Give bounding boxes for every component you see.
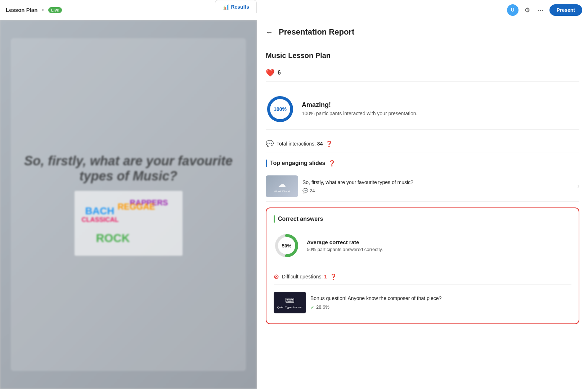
slide-thumb-label: Word Cloud [274, 190, 290, 193]
correct-section-title: Correct answers [274, 215, 571, 223]
keyboard-icon: ⌨ [285, 296, 295, 304]
lesson-title: Music Lesson Plan [266, 52, 579, 60]
panel-title: Presentation Report [279, 27, 354, 37]
stats-text: Amazing! 100% participants interacted wi… [302, 101, 417, 117]
results-icon: 📊 [223, 4, 229, 10]
main-content: So, firstly, what are your favourite typ… [0, 20, 588, 389]
word-cloud-preview: RAPPERS BACH REGGAE CLASSICAL ROCK [75, 191, 183, 256]
slide-question: So, firstly, what are your favourite typ… [302, 179, 573, 186]
slide-info: So, firstly, what are your favourite typ… [302, 179, 573, 194]
donut-chart: 50% [274, 233, 300, 259]
quiz-slide-row[interactable]: ⌨ Quiz: Type Answer Bonus question! Anyo… [274, 289, 571, 316]
stats-card: 100% Amazing! 100% participants interact… [266, 89, 579, 130]
quiz-rate: 28.6% [316, 304, 329, 310]
tab-row: 📊 Results [0, 0, 588, 13]
circle-progress: 100% [266, 95, 295, 124]
slide-title-blurred: So, firstly, what are your favourite typ… [11, 153, 246, 184]
top-slides-help-icon[interactable]: ❓ [328, 160, 336, 167]
amazing-desc: 100% participants interacted with your p… [302, 110, 417, 117]
difficult-questions-row: ⊗ Difficult questions: 1 ❓ [274, 269, 571, 285]
difficult-icon: ⊗ [274, 273, 279, 281]
slide-comment-row: 💬 24 [302, 188, 573, 193]
quiz-thumbnail: ⌨ Quiz: Type Answer [274, 292, 306, 313]
back-button[interactable]: ← [266, 28, 273, 36]
avg-rate-title: Average correct rate [307, 239, 383, 245]
donut-label: 50% [282, 243, 291, 249]
interactions-row: 💬 Total interactions: 84 ❓ [266, 135, 579, 152]
interactions-count: 84 [317, 141, 323, 147]
quiz-question: Bonus question! Anyone know the composer… [310, 295, 571, 302]
slide-preview: So, firstly, what are your favourite typ… [0, 20, 257, 389]
comment-icon: 💬 [302, 188, 308, 193]
chat-icon: 💬 [266, 140, 274, 148]
difficult-help-icon[interactable]: ❓ [330, 273, 337, 280]
quiz-info: Bonus question! Anyone know the composer… [310, 295, 571, 310]
panel-body: Music Lesson Plan ❤️ 6 100% Amazing! 100… [257, 44, 588, 331]
difficult-label: Difficult questions: 1 [282, 274, 327, 280]
rate-icon: ✓ [310, 304, 315, 310]
slide-chevron-icon: › [578, 183, 579, 189]
interactions-label: Total interactions: 84 [277, 141, 323, 147]
avg-correct-card: 50% Average correct rate 50% participant… [274, 228, 571, 263]
slide-comments: 24 [310, 188, 315, 193]
avg-correct-text: Average correct rate 50% participants an… [307, 239, 383, 252]
panel-header: ← Presentation Report [257, 20, 588, 44]
hearts-row: ❤️ 6 [266, 64, 579, 82]
hearts-count: 6 [278, 70, 281, 76]
quiz-rate-row: ✓ 28.6% [310, 304, 571, 310]
tab-results[interactable]: 📊 Results [215, 0, 257, 13]
amazing-title: Amazing! [302, 101, 417, 109]
heart-icon: ❤️ [266, 68, 275, 77]
circle-label: 100% [274, 106, 287, 112]
word-cloud-icon: ☁ [278, 180, 286, 189]
top-slides-title: Top engaging slides ❓ [266, 160, 579, 167]
help-icon[interactable]: ❓ [326, 140, 333, 147]
avg-rate-desc: 50% participants answered correctly. [307, 247, 383, 252]
right-panel: ← Presentation Report Music Lesson Plan … [257, 20, 588, 389]
top-slide-item[interactable]: ☁ Word Cloud So, firstly, what are your … [266, 171, 579, 202]
correct-answers-section: Correct answers 50% Average correct rate… [266, 207, 579, 324]
tab-results-label: Results [231, 4, 249, 10]
slide-thumbnail: ☁ Word Cloud [266, 175, 298, 197]
quiz-thumb-label: Quiz: Type Answer [277, 306, 302, 309]
